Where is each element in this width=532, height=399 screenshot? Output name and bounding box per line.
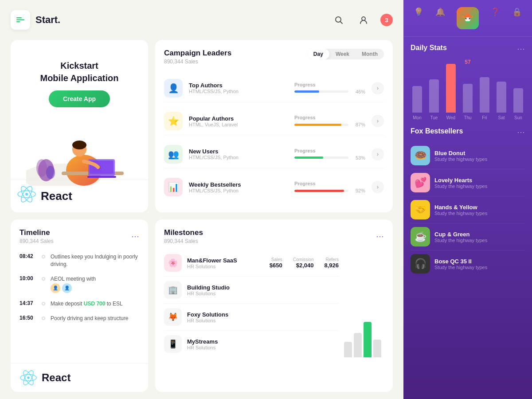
- leader-row-0: 👤 Top Authors HTML/CSS/JS, Python Progre…: [164, 74, 384, 102]
- bestseller-name-2: Hands & Yellow: [434, 204, 487, 211]
- progress-row-1: 87%: [294, 122, 365, 127]
- leader-chevron-0[interactable]: ›: [372, 82, 384, 94]
- tab-week[interactable]: Week: [329, 49, 356, 59]
- timeline-item-2: 14:37 Make deposit USD 700 to ESL: [20, 297, 139, 311]
- milestone-sub-2: HR Solutions: [187, 318, 339, 323]
- chart-bar-wrap-3: Thu: [463, 84, 473, 120]
- milestone-sub-3: HR Solutions: [187, 345, 339, 350]
- user-icon[interactable]: [356, 12, 372, 28]
- timeline-title: Timeline: [20, 228, 54, 237]
- milestones-list: 🌸 Man&Flower SaaS HR Solutions Sales $65…: [164, 250, 339, 357]
- chart-bar-wrap-5: Sat: [497, 82, 506, 120]
- milestones-dots[interactable]: ⋯: [376, 231, 384, 241]
- svg-point-28: [465, 17, 470, 22]
- fox-bestsellers-dots[interactable]: ⋯: [517, 127, 525, 137]
- leader-icon-3: 📊: [164, 178, 183, 196]
- tab-month[interactable]: Month: [356, 49, 384, 59]
- milestones-content: 🌸 Man&Flower SaaS HR Solutions Sales $65…: [164, 250, 384, 357]
- timeline-text-0: Outlines keep you Indulging in poorly dr…: [51, 253, 139, 268]
- react-text: React: [42, 372, 70, 384]
- bestseller-sub-3: Study the highway types: [434, 238, 487, 243]
- sidebar-icon-help[interactable]: ❓: [490, 7, 500, 29]
- bestseller-name-4: Bose QC 35 II: [434, 258, 487, 265]
- bestseller-img-4: 🎧: [411, 254, 430, 274]
- timeline-time-1: 10:00: [20, 275, 36, 282]
- progress-fill-2: [294, 156, 323, 159]
- progress-row-2: 53%: [294, 155, 365, 160]
- logo-icon: [11, 10, 30, 30]
- sidebar-icon-bell[interactable]: 🔔: [435, 7, 445, 29]
- sidebar-fox-logo[interactable]: [457, 7, 479, 29]
- svg-point-20: [25, 193, 28, 196]
- leaders-list: 👤 Top Authors HTML/CSS/JS, Python Progre…: [164, 72, 384, 203]
- bestseller-info-3: Cup & Green Study the highway types: [434, 231, 487, 243]
- milestone-name-3: MyStreams: [187, 338, 339, 345]
- leader-name-0: Top Authors: [189, 82, 288, 89]
- milestone-row-0: 🌸 Man&Flower SaaS HR Solutions Sales $65…: [164, 250, 339, 277]
- timeline-time-2: 14:37: [20, 300, 36, 306]
- milestones-title: Milestones: [164, 228, 203, 237]
- progress-label-1: Progress: [294, 115, 365, 120]
- sidebar-icon-lock[interactable]: 🔒: [512, 7, 522, 29]
- svg-rect-14: [87, 176, 116, 178]
- daily-stats-dots[interactable]: ⋯: [517, 44, 525, 54]
- milestone-info-0: Man&Flower SaaS HR Solutions: [187, 257, 264, 269]
- create-app-button[interactable]: Create App: [49, 90, 110, 107]
- milestone-stats-0: Sales $650 Comission $2,040 Refers 8,926: [270, 257, 339, 269]
- main-area: Start. 3 Kickstart Mobile Application Cr…: [0, 0, 403, 399]
- daily-stats-section: Daily Stats ⋯ 57 Mon Tue Wed Thu Fri Sat…: [411, 44, 525, 120]
- bestseller-name-3: Cup & Green: [434, 231, 487, 238]
- leader-icon-0: 👤: [164, 79, 183, 98]
- milestone-icon-2: 🦊: [164, 308, 182, 326]
- progress-section-1: Progress 87%: [294, 115, 365, 127]
- svg-point-9: [46, 166, 55, 179]
- sidebar-content: Daily Stats ⋯ 57 Mon Tue Wed Thu Fri Sat…: [403, 37, 532, 399]
- milestone-bar-1: [354, 333, 362, 357]
- milestone-icon-1: 🏢: [164, 281, 182, 299]
- leader-tags-2: HTML/CSS/JS, Python: [189, 155, 288, 160]
- bestsellers-list: 🍩 Blue Donut Study the highway types 💕 L…: [411, 142, 525, 277]
- timeline-card: Timeline 890,344 Sales ⋯ 08:42 Outlines …: [11, 219, 148, 392]
- milestones-header: Milestones 890,344 Sales ⋯: [164, 228, 384, 244]
- timeline-dot-2: [42, 302, 45, 305]
- leader-chevron-2[interactable]: ›: [372, 148, 384, 160]
- progress-label-0: Progress: [294, 82, 365, 87]
- chart-bar-3: [463, 84, 473, 113]
- progress-bg-2: [294, 156, 348, 159]
- timeline-item-0: 08:42 Outlines keep you Indulging in poo…: [20, 250, 139, 272]
- timeline-dots[interactable]: ⋯: [131, 231, 139, 241]
- chart-bar-1: [429, 79, 439, 113]
- chart-peak-value: 57: [411, 59, 525, 65]
- leader-tags-3: HTML/CSS/JS, Python: [189, 188, 288, 193]
- campaign-leaders-card: Campaign Leaders 890,344 Sales Day Week …: [155, 40, 393, 212]
- tab-day[interactable]: Day: [307, 49, 329, 59]
- bestseller-name-1: Lovely Hearts: [434, 177, 487, 184]
- milestone-bar-3: [373, 340, 381, 357]
- fox-bestsellers-header: Fox Bestsellers ⋯: [411, 127, 525, 137]
- progress-row-0: 46%: [294, 89, 365, 94]
- progress-section-3: Progress 92%: [294, 181, 365, 193]
- notification-badge[interactable]: 3: [380, 14, 393, 26]
- progress-pct-2: 53%: [352, 155, 365, 160]
- logo-text: Start.: [35, 14, 60, 26]
- react-logo: [20, 369, 37, 387]
- campaign-title: Campaign Leaders: [164, 49, 231, 58]
- chart-bar-2: [446, 64, 456, 113]
- progress-bg-0: [294, 90, 348, 93]
- timeline-text-1: AEOL meeting with 👤 👤: [51, 275, 96, 293]
- search-icon[interactable]: [331, 12, 347, 28]
- leader-name-1: Popular Authors: [189, 115, 288, 122]
- leader-chevron-3[interactable]: ›: [372, 181, 384, 193]
- progress-label-3: Progress: [294, 181, 365, 186]
- leader-name-2: New Users: [189, 148, 288, 155]
- milestone-info-3: MyStreams HR Solutions: [187, 338, 339, 350]
- daily-chart: 57 Mon Tue Wed Thu Fri Sat Sun: [411, 59, 525, 120]
- milestone-icon-0: 🌸: [164, 254, 182, 272]
- svg-rect-2: [16, 21, 20, 22]
- sidebar-icon-lightbulb[interactable]: 💡: [414, 7, 423, 29]
- bestseller-item-2: 🤝 Hands & Yellow Study the highway types: [411, 196, 525, 223]
- progress-bg-1: [294, 124, 348, 126]
- leader-chevron-1[interactable]: ›: [372, 115, 384, 127]
- milestone-row-1: 🏢 Building Studio HR Solutions: [164, 277, 339, 304]
- chart-bar-label-6: Sun: [514, 115, 522, 120]
